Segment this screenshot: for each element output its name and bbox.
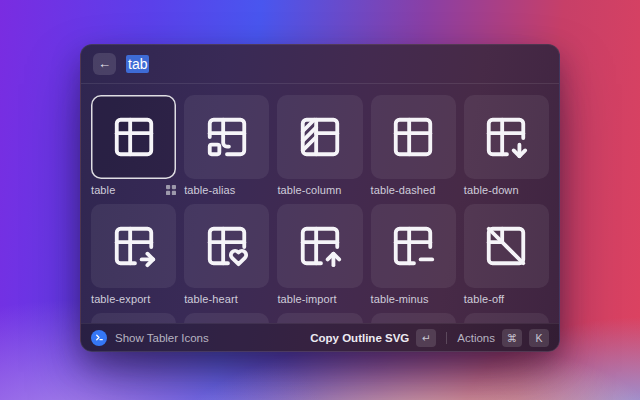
grid-item-label: table-import [277,293,336,305]
grid-item-table-column[interactable] [277,95,362,179]
grid-item-label: table [91,184,115,196]
table-heart-icon [204,223,250,269]
table-import-icon [297,223,343,269]
grid-cell-table-off: table-off [464,204,549,305]
action-bar: Show Tabler Icons Copy Outline SVG ↵ Act… [81,323,559,351]
table-off-icon [483,223,529,269]
grid-item-table-off[interactable] [464,204,549,288]
grid-item-partial[interactable] [91,313,176,323]
grid-item-table-dashed[interactable] [371,95,456,179]
return-key-icon: ↵ [416,329,436,347]
k-key-icon: K [529,329,549,347]
grid-item-table-down[interactable] [464,95,549,179]
grid-cell-table-dashed: table-dashed [371,95,456,196]
table-icon [111,114,157,160]
arrow-left-icon: ← [98,56,111,71]
grid-cell-table-column: table-column [277,95,362,196]
grid-cell-table: table [91,95,176,196]
grid-item-label: table-minus [371,293,429,305]
grid-item-table-import[interactable] [277,204,362,288]
grid-accessory-icon [166,185,176,195]
grid-item-table-minus[interactable] [371,204,456,288]
grid-item-table-export[interactable] [91,204,176,288]
grid-cell-table-import: table-import [277,204,362,305]
grid-cell-table-export: table-export [91,204,176,305]
table-alias-icon [204,114,250,160]
search-bar: ← tab [81,45,559,83]
tabler-logo-icon [91,330,107,346]
search-input[interactable]: tab [126,56,149,72]
grid-cell-partial [371,313,456,323]
results-area: tabletable-aliastable-columntable-dashed… [81,84,559,323]
grid-item-partial[interactable] [184,313,269,323]
raycast-window: ← tab tabletable-aliastable-columntable-… [80,44,560,352]
grid-item-label: table-dashed [371,184,436,196]
grid-item-partial[interactable] [277,313,362,323]
grid-item-label: table-heart [184,293,238,305]
grid-item-label: table-off [464,293,504,305]
grid-cell-table-heart: table-heart [184,204,269,305]
grid-cell-partial [464,313,549,323]
cmd-key-icon: ⌘ [502,329,522,347]
grid-item-partial[interactable] [464,313,549,323]
icon-grid: tabletable-aliastable-columntable-dashed… [91,95,549,323]
extension-title: Show Tabler Icons [115,332,209,344]
grid-cell-partial [277,313,362,323]
grid-item-label: table-export [91,293,150,305]
actions-menu-button[interactable]: Actions [457,332,495,344]
back-button[interactable]: ← [93,53,116,75]
grid-item-label: table-down [464,184,519,196]
table-minus-icon [390,223,436,269]
grid-cell-partial [184,313,269,323]
grid-item-table-alias[interactable] [184,95,269,179]
table-dashed-icon [390,114,436,160]
primary-action-button[interactable]: Copy Outline SVG [310,332,409,344]
table-column-icon [297,114,343,160]
grid-item-partial[interactable] [371,313,456,323]
grid-cell-partial [91,313,176,323]
footer-separator [446,332,447,344]
grid-item-table-heart[interactable] [184,204,269,288]
table-down-icon [483,114,529,160]
table-export-icon [111,223,157,269]
grid-cell-table-down: table-down [464,95,549,196]
grid-item-table[interactable] [91,95,176,179]
grid-cell-table-minus: table-minus [371,204,456,305]
grid-cell-table-alias: table-alias [184,95,269,196]
grid-item-label: table-column [277,184,341,196]
grid-item-label: table-alias [184,184,235,196]
search-query-text: tab [126,55,149,73]
